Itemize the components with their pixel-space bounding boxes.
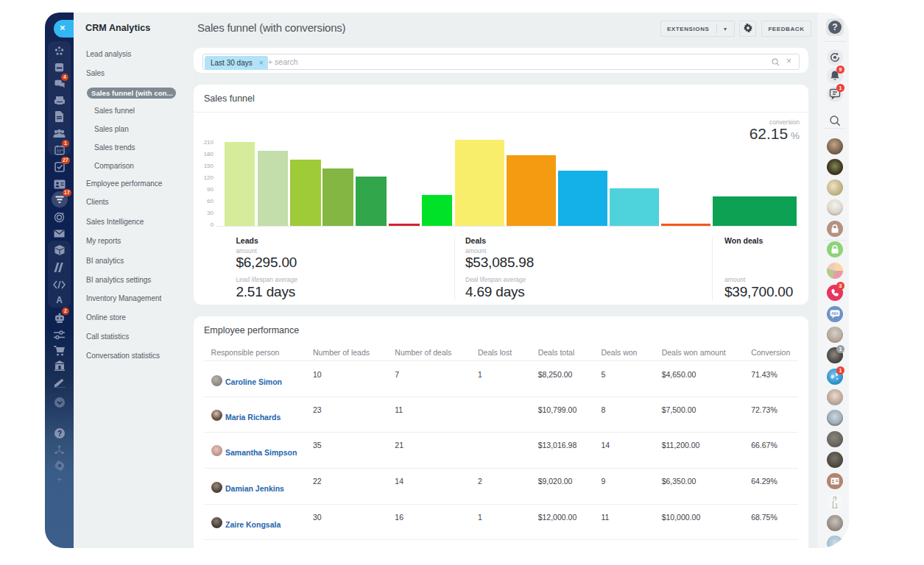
svg-text:ABA: ABA: [831, 312, 839, 316]
svg-text:?: ?: [57, 429, 61, 437]
